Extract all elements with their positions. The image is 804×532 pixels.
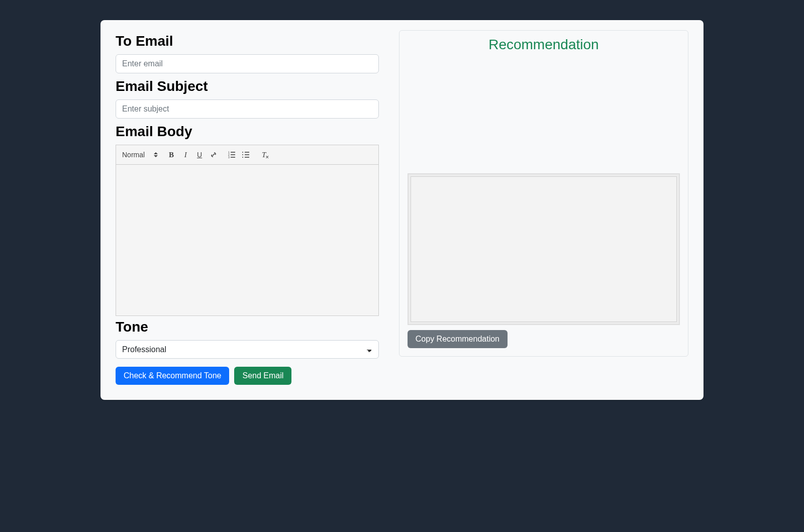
check-recommend-button[interactable]: Check & Recommend Tone [116,367,229,385]
recommendation-output-frame [408,173,680,325]
link-icon[interactable] [209,150,218,159]
clear-format-icon[interactable]: T✕ [259,150,268,159]
bold-icon[interactable]: B [167,150,176,159]
editor-toolbar: Normal B I U 123 [116,145,378,165]
heading-picker-label: Normal [122,151,145,159]
underline-icon[interactable]: U [195,150,204,159]
ordered-list-icon[interactable]: 123 [227,150,236,159]
email-subject-label: Email Subject [116,78,379,94]
to-email-label: To Email [116,33,379,49]
picker-arrows-icon [154,152,158,157]
recommendation-output [411,176,677,322]
tone-select[interactable]: Professional [116,340,379,359]
email-body-input[interactable] [116,165,378,315]
email-subject-input[interactable] [116,99,379,119]
email-body-label: Email Body [116,124,379,140]
tone-label: Tone [116,319,379,335]
rich-text-editor: Normal B I U 123 [116,145,379,316]
bullet-list-icon[interactable] [241,150,250,159]
main-card: To Email Email Subject Email Body Normal… [100,20,703,400]
svg-point-10 [242,154,243,155]
recommendation-title: Recommendation [408,37,680,53]
recommendation-card: Recommendation Copy Recommendation [399,30,688,357]
recommendation-column: Recommendation Copy Recommendation [399,30,688,385]
svg-point-9 [242,152,243,153]
send-email-button[interactable]: Send Email [234,367,291,385]
italic-icon[interactable]: I [181,150,190,159]
compose-column: To Email Email Subject Email Body Normal… [116,30,379,385]
svg-text:3: 3 [228,156,230,159]
svg-point-11 [242,157,243,158]
copy-recommendation-button[interactable]: Copy Recommendation [408,330,508,348]
action-buttons: Check & Recommend Tone Send Email [116,367,379,385]
recommendation-blank-area [408,58,680,173]
to-email-input[interactable] [116,54,379,73]
heading-picker[interactable]: Normal [122,151,158,159]
